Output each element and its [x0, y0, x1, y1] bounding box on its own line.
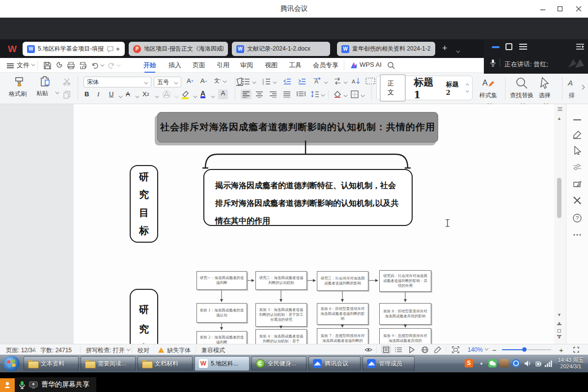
previous-page-icon[interactable]: ▲ — [557, 320, 561, 325]
font-size-select[interactable]: 五号 — [154, 77, 181, 87]
taskbar-meeting[interactable]: 腾讯会议 — [308, 356, 361, 371]
grow-font-icon[interactable]: A+ — [187, 77, 194, 84]
shrink-font-icon[interactable]: A− — [200, 77, 207, 84]
next-page-icon[interactable]: ▼ — [557, 335, 561, 340]
ribbon-expand-chevron-icon[interactable] — [579, 84, 584, 92]
borders-button[interactable] — [351, 90, 364, 100]
menu-insert[interactable]: 插入 — [168, 61, 181, 70]
menu-member[interactable]: 会员专享 — [313, 61, 338, 70]
align-right-button[interactable] — [269, 91, 277, 100]
menu-file[interactable]: 文件 — [17, 61, 35, 70]
menu-home[interactable]: 开始 — [143, 61, 156, 70]
print-icon[interactable] — [67, 61, 75, 72]
font-name-select[interactable]: 宋体 — [84, 77, 151, 87]
menu-review[interactable]: 审阅 — [240, 61, 253, 70]
scroll-down-icon[interactable]: ▼ — [557, 312, 561, 317]
copy-icon[interactable] — [63, 90, 72, 101]
phonetic-guide-icon[interactable]: 文ˇ — [214, 77, 226, 84]
select-browse-object-icon[interactable] — [558, 329, 561, 333]
diagram-title-banner[interactable]: 社会排斥对海洛因成瘾者道德判断影响的认知机制：共情的作用 — [157, 112, 438, 142]
distribute-button[interactable] — [297, 91, 306, 100]
power-tray-icon[interactable] — [534, 360, 542, 367]
volume-tray-icon[interactable] — [524, 360, 532, 367]
tools-icon[interactable] — [572, 196, 582, 205]
bullet-list-button[interactable] — [242, 78, 256, 87]
missing-font-warning[interactable]: 缺失字体 — [167, 346, 191, 355]
panel-minimize-icon[interactable] — [492, 46, 500, 48]
character-border-button[interactable]: A — [218, 89, 228, 99]
proofread-button[interactable]: 校对 — [138, 346, 149, 355]
superscript-button[interactable]: X2 — [142, 90, 149, 98]
tab-document-1[interactable]: W 5.地区科学基金项目-填报说明 — [23, 42, 125, 56]
comment-icon[interactable] — [107, 46, 113, 52]
zoom-level[interactable]: 140% — [468, 346, 488, 353]
start-button[interactable] — [3, 356, 20, 371]
redo-icon[interactable] — [108, 62, 120, 71]
collapse-panel-icon[interactable] — [572, 115, 582, 125]
tab-document-3[interactable]: W 文献记录-2024-1-2.docx — [232, 42, 330, 56]
zoom-slider-handle[interactable] — [522, 347, 527, 352]
taskbar-wps-active[interactable]: W 5.地区科... — [195, 356, 250, 371]
increase-indent-icon[interactable] — [298, 78, 307, 87]
arrange-button[interactable]: A 排 — [566, 77, 578, 100]
compass-tray-icon[interactable] — [512, 359, 520, 367]
style-heading2[interactable]: 标题 2 — [446, 80, 462, 96]
line-spacing-button[interactable] — [310, 90, 325, 100]
decrease-indent-icon[interactable] — [283, 78, 292, 87]
read-mode-icon[interactable] — [409, 346, 415, 355]
zoom-in-button[interactable]: + — [559, 346, 563, 354]
tray-expand-icon[interactable]: ▲ — [479, 361, 483, 365]
help-icon[interactable]: ? — [572, 213, 582, 223]
gallery-down-icon[interactable] — [466, 89, 469, 92]
minimize-icon[interactable] — [538, 4, 548, 14]
underline-button[interactable]: U — [109, 90, 113, 98]
goal-label-box[interactable]: 研 究 目 标 — [130, 165, 158, 243]
web-layout-icon[interactable] — [421, 346, 428, 355]
italic-button[interactable]: I — [97, 90, 99, 98]
zoom-slider-track[interactable] — [502, 349, 551, 350]
tray-clock[interactable]: 14:43 周五2024/3/1 — [556, 357, 586, 370]
wps-logo-icon[interactable]: W — [7, 43, 20, 55]
signature-icon[interactable] — [572, 179, 582, 189]
taskbar-folder-2[interactable]: 需要阅读... — [81, 356, 136, 371]
bold-button[interactable]: B — [84, 90, 89, 98]
content-label-box[interactable]: 研 究 内 — [130, 289, 158, 344]
paste-button[interactable]: 粘贴 — [36, 76, 54, 98]
main-menu-icon[interactable] — [7, 62, 14, 69]
menu-reference[interactable]: 引用 — [217, 61, 229, 70]
taskbar-folder-3[interactable]: 文档材料 — [138, 356, 193, 371]
maximize-icon[interactable] — [555, 4, 565, 14]
undo-icon[interactable] — [91, 62, 104, 71]
justify-button[interactable] — [283, 91, 291, 100]
hide-toolbar-eye-icon[interactable] — [364, 346, 372, 355]
cut-icon[interactable] — [63, 78, 72, 87]
panel-sidebar-toggle-icon[interactable] — [576, 43, 584, 52]
zoom-out-button[interactable]: − — [492, 346, 497, 354]
panel-menu-icon[interactable] — [519, 44, 527, 50]
style-normal[interactable]: 正文 — [380, 74, 406, 102]
outline-view-icon[interactable] — [395, 347, 402, 354]
share-banner[interactable]: 曹华的屏幕共享 — [15, 377, 96, 392]
style-heading1[interactable]: 标题 1 — [414, 76, 438, 101]
close-icon[interactable] — [574, 4, 584, 14]
tab-list-chevron-icon[interactable] — [454, 47, 460, 56]
text-direction-button[interactable]: A — [312, 77, 328, 87]
font-color-button[interactable]: A — [200, 89, 205, 98]
adjust-sliders-icon[interactable] — [572, 162, 582, 172]
sort-button[interactable]: A — [352, 77, 361, 87]
scroll-up-icon[interactable]: ▲ — [557, 116, 561, 121]
strikethrough-button[interactable]: A — [126, 90, 130, 98]
scrollbar-thumb[interactable] — [557, 178, 561, 218]
export-pdf-icon[interactable] — [56, 61, 64, 72]
page-view-icon[interactable] — [381, 345, 391, 354]
gallery-up-icon[interactable] — [466, 84, 469, 87]
shading-button[interactable] — [333, 90, 347, 100]
participant-icon[interactable] — [0, 378, 15, 392]
save-icon[interactable] — [43, 61, 52, 72]
select-cursor-icon[interactable] — [572, 145, 582, 155]
word-count[interactable]: 字数: 24715 — [40, 346, 72, 355]
wps-ai-icon[interactable] — [350, 61, 358, 71]
tab-document-2[interactable]: P 地区项目-报告正文《海洛因戒断者对 — [129, 42, 228, 56]
ink-pen-icon[interactable] — [434, 346, 441, 355]
menu-view[interactable]: 视图 — [265, 61, 278, 70]
